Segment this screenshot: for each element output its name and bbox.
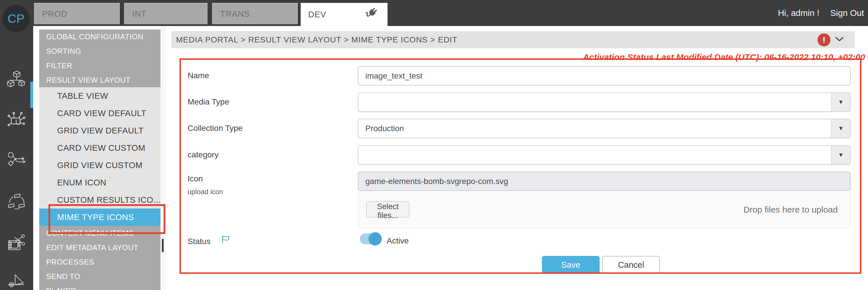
plug-icon: [365, 7, 378, 22]
tab-trans[interactable]: TRANS: [212, 3, 298, 24]
sidebar-item-sorting[interactable]: SORTING: [39, 44, 160, 58]
media-type-label: Media Type: [188, 97, 229, 107]
editing-icon[interactable]: [7, 233, 27, 253]
sidebar-item-table-view[interactable]: TABLE VIEW: [39, 87, 160, 105]
icon-filename-field: game-elements-bomb-svgrepo-com.svg: [358, 172, 851, 191]
collection-type-dropdown[interactable]: Production ▼: [358, 119, 851, 138]
file-drop-zone[interactable]: Select files... Drop files here to uploa…: [358, 192, 851, 228]
media-type-dropdown[interactable]: ▼: [358, 92, 851, 112]
sidebar-item-custom-results-icons[interactable]: CUSTOM RESULTS ICO...: [39, 191, 160, 208]
error-badge-glyph: !: [823, 35, 826, 45]
category-dropdown[interactable]: ▼: [358, 145, 851, 165]
name-label: Name: [188, 71, 209, 80]
workflow-icon[interactable]: [7, 150, 27, 170]
dropdown-arrow-icon[interactable]: ▼: [831, 93, 850, 111]
status-state-label: Active: [387, 236, 409, 245]
user-area: Hi, admin ! Sign Out: [778, 0, 864, 26]
user-greeting: Hi, admin !: [778, 8, 819, 18]
breadcrumb: MEDIA PORTAL > RESULT VIEW LAYOUT > MIME…: [176, 35, 457, 45]
tab-int-label: INT: [132, 9, 147, 19]
sidebar-item-result-view-layout[interactable]: RESULT VIEW LAYOUT: [39, 73, 160, 87]
tab-dev-label: DEV: [308, 10, 327, 19]
sidebar-item-global-configuration[interactable]: GLOBAL CONFIGURATION: [39, 29, 160, 44]
category-label: category: [188, 150, 218, 160]
sidebar-item-filter[interactable]: FILTER: [39, 58, 160, 73]
flag-icon: [220, 235, 231, 246]
cancel-button[interactable]: Cancel: [602, 256, 660, 274]
tab-trans-label: TRANS: [220, 9, 250, 19]
topbar: PROD INT TRANS DEV Hi, admin !: [0, 0, 868, 26]
sidebar-item-edit-metadata-layout[interactable]: EDIT METADATA LAYOUT: [39, 240, 160, 255]
sidebar-menu: GLOBAL CONFIGURATION SORTING FILTER RESU…: [39, 29, 160, 290]
breadcrumb-bar: MEDIA PORTAL > RESULT VIEW LAYOUT > MIME…: [172, 31, 855, 48]
sidebar-item-grid-view-custom[interactable]: GRID VIEW CUSTOM: [39, 156, 160, 174]
assets-icon[interactable]: [7, 70, 27, 90]
sidebar-item-grid-view-default[interactable]: GRID VIEW DEFAULT: [39, 122, 160, 139]
cp-logo[interactable]: CP: [2, 5, 30, 32]
status-label: Status: [188, 237, 210, 246]
sidebar-item-enum-icon[interactable]: ENUM ICON: [39, 174, 160, 191]
sidebar-item-card-view-custom[interactable]: CARD VIEW CUSTOM: [39, 139, 160, 156]
distribution-icon[interactable]: [7, 192, 27, 211]
status-toggle[interactable]: [360, 232, 383, 245]
result-view-config-icon[interactable]: [7, 110, 27, 130]
sidebar-item-context-menu-items[interactable]: CONTEXT MENU ITEMS: [39, 226, 160, 240]
activation-status-note: Activation Status Last Modified Date (UT…: [583, 52, 865, 62]
upload-icon-sublabel: upload icon: [188, 188, 223, 196]
tab-prod[interactable]: PROD: [34, 3, 120, 24]
name-input[interactable]: [358, 66, 851, 86]
active-rail-indicator: [30, 82, 33, 108]
icon-filename: game-elements-bomb-svgrepo-com.svg: [365, 177, 508, 186]
collection-type-value: Production: [365, 124, 404, 133]
tab-prod-label: PROD: [42, 9, 67, 19]
dropdown-arrow-icon[interactable]: ▼: [831, 146, 850, 164]
icon-label: Icon: [188, 174, 203, 183]
sidebar-item-processes[interactable]: PROCESSES: [39, 255, 160, 269]
tab-int[interactable]: INT: [124, 3, 208, 24]
save-button[interactable]: Save: [542, 256, 600, 274]
collection-type-label: Collection Type: [188, 124, 243, 133]
drop-files-hint: Drop files here to upload: [743, 205, 838, 214]
select-files-button[interactable]: Select files...: [366, 201, 409, 218]
dropdown-arrow-icon[interactable]: ▼: [831, 119, 850, 138]
sidebar-item-send-to[interactable]: SEND TO: [39, 269, 160, 284]
player-icon[interactable]: [7, 272, 27, 290]
tab-dev[interactable]: DEV: [301, 3, 388, 26]
annotation-rectangle-form: [180, 58, 861, 274]
text-cursor-mark: [162, 239, 164, 252]
sign-out-link[interactable]: Sign Out: [830, 8, 864, 18]
sidebar-item-player[interactable]: PLAYER: [39, 284, 160, 290]
chevron-down-icon[interactable]: [835, 37, 844, 43]
media-portal-admin-page: PROD INT TRANS DEV Hi, admin !: [0, 0, 868, 290]
sidebar-item-card-view-default[interactable]: CARD VIEW DEFAULT: [39, 105, 160, 122]
sidebar-item-mime-type-icons[interactable]: MIME TYPE ICONS: [39, 208, 160, 226]
error-badge[interactable]: !: [817, 33, 831, 46]
icon-rail: [0, 26, 33, 290]
status-toggle-knob: [369, 232, 382, 245]
cp-logo-text: CP: [7, 12, 24, 26]
